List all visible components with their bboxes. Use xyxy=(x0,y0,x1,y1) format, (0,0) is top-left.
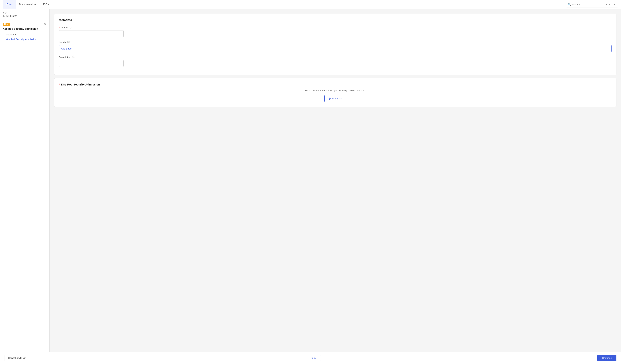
name-label: * Name ⓘ xyxy=(59,26,612,29)
pod-title-text: K8s Pod Security Admission xyxy=(61,83,100,86)
description-label-text: Description xyxy=(59,56,71,59)
labels-label-text: Labels xyxy=(59,41,66,44)
name-info-icon[interactable]: ⓘ xyxy=(69,26,71,29)
content-area: Metadata ⓘ * Name ⓘ Labels ⓘ xyxy=(50,9,621,352)
back-button[interactable]: Back xyxy=(306,355,321,361)
sidebar-cluster-name: K8s Cluster xyxy=(3,15,46,17)
sidebar-resource-item: New ✕ K8s pod security admission Metadat… xyxy=(0,20,49,44)
tab-json[interactable]: JSON xyxy=(39,0,53,9)
search-icon: 🔍 xyxy=(568,3,571,6)
sidebar-resource-name: K8s pod security admission xyxy=(3,27,46,30)
main-layout: New K8s Cluster New ✕ K8s pod security a… xyxy=(0,9,621,352)
pod-empty-state: There are no items added yet. Start by a… xyxy=(59,89,612,92)
labels-input[interactable] xyxy=(59,45,612,52)
tab-form[interactable]: Form xyxy=(3,0,16,9)
sidebar-cluster-item[interactable]: New K8s Cluster xyxy=(0,9,49,20)
search-next-button[interactable]: ∨ xyxy=(608,3,611,6)
labels-info-icon[interactable]: ⓘ xyxy=(67,41,70,44)
pod-security-card: * K8s Pod Security Admission There are n… xyxy=(54,78,616,107)
top-nav: Form Documentation JSON 🔍 ∧ ∨ ✕ xyxy=(0,0,621,9)
description-info-icon[interactable]: ⓘ xyxy=(72,55,75,59)
bottom-center: Back xyxy=(29,355,597,361)
name-label-text: Name xyxy=(61,26,68,29)
labels-label: Labels ⓘ xyxy=(59,41,612,44)
sidebar-cluster-badge: New xyxy=(3,12,46,14)
pod-section-title: * K8s Pod Security Admission xyxy=(59,83,612,86)
tab-documentation[interactable]: Documentation xyxy=(16,0,39,9)
sidebar-close-button[interactable]: ✕ xyxy=(44,23,46,26)
add-item-button[interactable]: ⊕ Add Item xyxy=(324,95,346,102)
search-nav-buttons: ∧ ∨ xyxy=(605,3,611,6)
search-input[interactable] xyxy=(572,3,604,6)
continue-button[interactable]: Continue xyxy=(597,355,616,361)
metadata-section-title: Metadata ⓘ xyxy=(59,18,612,22)
metadata-card: Metadata ⓘ * Name ⓘ Labels ⓘ xyxy=(54,14,616,75)
metadata-info-icon[interactable]: ⓘ xyxy=(73,18,76,22)
sidebar: New K8s Cluster New ✕ K8s pod security a… xyxy=(0,9,50,352)
sidebar-nav-metadata[interactable]: Metadata xyxy=(3,32,46,37)
bottom-bar: Cancel and Exit Back Continue xyxy=(0,352,621,364)
cancel-exit-button[interactable]: Cancel and Exit xyxy=(5,355,29,361)
search-container: 🔍 ∧ ∨ ✕ xyxy=(566,2,618,7)
add-item-label: Add Item xyxy=(332,97,342,100)
name-field-group: * Name ⓘ xyxy=(59,26,612,37)
sidebar-resource-badge: New xyxy=(3,23,10,26)
search-close-button[interactable]: ✕ xyxy=(612,3,616,6)
name-input[interactable] xyxy=(59,30,124,37)
description-label: Description ⓘ xyxy=(59,55,612,59)
search-prev-button[interactable]: ∧ xyxy=(605,3,608,6)
nav-tabs: Form Documentation JSON xyxy=(3,0,52,9)
name-required-marker: * xyxy=(59,26,60,29)
labels-field-group: Labels ⓘ xyxy=(59,41,612,52)
sidebar-resource-header: New ✕ xyxy=(3,23,46,26)
sidebar-nav-pod-security[interactable]: K8s Pod Security Admission xyxy=(3,37,46,42)
pod-required-marker: * xyxy=(59,83,60,86)
sidebar-nav-list: Metadata K8s Pod Security Admission xyxy=(3,32,46,42)
add-item-plus-icon: ⊕ xyxy=(328,97,331,100)
description-input[interactable] xyxy=(59,60,124,67)
metadata-title-text: Metadata xyxy=(59,18,72,22)
description-field-group: Description ⓘ xyxy=(59,55,612,67)
